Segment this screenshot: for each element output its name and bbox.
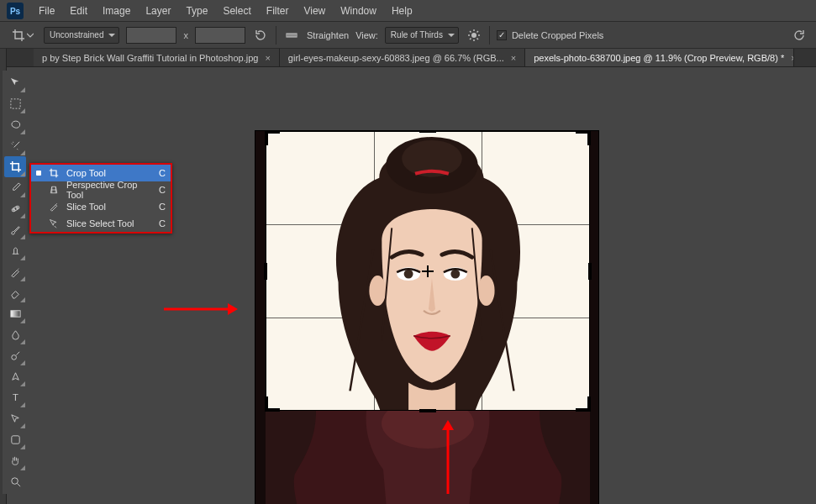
flyout-label: Perspective Crop Tool [66,180,149,200]
crop-handle-bottom[interactable] [419,409,436,412]
overlay-select[interactable]: Rule of Thirds [385,27,459,44]
svg-point-3 [471,33,476,38]
svg-point-16 [386,137,477,194]
annotation-arrow-up [440,420,456,496]
crop-handle-br[interactable] [576,396,591,412]
shape-tool[interactable] [4,429,26,450]
move-tool[interactable] [4,72,26,93]
flyout-shortcut: C [155,218,166,228]
svg-point-20 [397,267,420,281]
crop-region[interactable] [266,131,590,411]
marquee-tool[interactable] [4,93,26,114]
menu-layer[interactable]: Layer [145,5,171,17]
flyout-shortcut: C [155,185,166,195]
svg-rect-8 [10,311,19,318]
eyedropper-tool[interactable] [4,177,26,198]
crop-center-cross-icon [422,265,434,277]
hand-tool[interactable] [4,450,26,471]
tab-label: girl-eyes-makeup-sexy-60883.jpeg @ 66.7%… [288,53,504,63]
pen-tool[interactable] [4,366,26,387]
crop-handle-top[interactable] [419,130,436,133]
svg-point-22 [404,270,413,279]
svg-text:T: T [13,392,18,402]
blur-tool[interactable] [4,324,26,345]
flyout-perspective-crop-tool[interactable]: Perspective Crop Tool C [31,181,171,198]
crop-icon [48,168,60,178]
magic-wand-tool[interactable] [4,135,26,156]
gradient-tool[interactable] [4,303,26,324]
svg-point-17 [402,140,462,177]
close-icon[interactable]: × [791,53,794,63]
eraser-tool[interactable] [4,282,26,303]
menu-type[interactable]: Type [186,5,208,17]
menu-edit[interactable]: Edit [70,5,87,17]
crop-handle-tr[interactable] [576,130,591,145]
menu-bar: Ps File Edit Image Layer Type Select Fil… [0,0,816,21]
menu-image[interactable]: Image [103,5,130,17]
menu-view[interactable]: View [303,5,325,17]
tools-panel: T [3,71,28,494]
svg-rect-11 [11,436,18,444]
delete-cropped-checkbox[interactable]: Delete Cropped Pixels [497,30,603,40]
crop-icon[interactable] [8,26,37,45]
tab-label: pexels-photo-638700.jpeg @ 11.9% (Crop P… [534,53,784,63]
annotation-arrow-right [162,301,238,318]
svg-marker-14 [228,303,238,315]
menu-filter[interactable]: Filter [266,5,289,17]
dodge-tool[interactable] [4,345,26,366]
tab-document-3[interactable]: pexels-photo-638700.jpeg @ 11.9% (Crop P… [525,49,794,66]
flyout-label: Slice Select Tool [66,218,149,228]
flyout-slice-select-tool[interactable]: Slice Select Tool C [31,215,171,232]
constraint-select[interactable]: Unconstrained [44,27,119,44]
crop-width-input[interactable] [126,27,176,44]
document-canvas[interactable] [255,130,599,504]
lasso-tool[interactable] [4,114,26,135]
svg-point-23 [450,270,460,279]
by-separator: x [183,30,188,40]
svg-point-9 [11,355,16,360]
close-icon[interactable]: × [265,53,270,63]
flyout-label: Crop Tool [66,168,149,178]
flyout-crop-tool[interactable]: Crop Tool C [31,165,171,181]
crop-handle-tl[interactable] [265,130,280,145]
reset-aspect-icon[interactable] [252,27,269,44]
crop-tool[interactable] [4,156,26,177]
tab-label: p by Step Brick Wall Graffiti Tutorial i… [42,53,258,63]
document-tabs: p by Step Brick Wall Graffiti Tutorial i… [0,49,816,67]
svg-text:Ps: Ps [10,7,21,16]
close-icon[interactable]: × [511,53,516,63]
crop-settings-icon[interactable] [466,27,482,44]
straighten-button[interactable]: Straighten [307,30,349,40]
svg-marker-25 [442,420,454,430]
crop-handle-bl[interactable] [265,396,280,412]
menu-help[interactable]: Help [392,5,413,17]
flyout-shortcut: C [155,202,166,212]
straighten-icon[interactable] [283,27,300,44]
tab-document-1[interactable]: p by Step Brick Wall Graffiti Tutorial i… [34,49,280,66]
image-outside-crop [266,411,590,504]
photoshop-logo-icon: Ps [7,3,24,19]
brush-tool[interactable] [4,219,26,240]
view-label: View: [355,30,378,40]
svg-point-21 [444,267,467,281]
menu-file[interactable]: File [39,5,55,17]
clone-stamp-tool[interactable] [4,240,26,261]
path-select-tool[interactable] [4,408,26,429]
tab-document-2[interactable]: girl-eyes-makeup-sexy-60883.jpeg @ 66.7%… [280,49,525,66]
crop-tool-flyout: Crop Tool C Perspective Crop Tool C Slic… [29,163,172,234]
menu-window[interactable]: Window [340,5,376,17]
reset-crop-icon[interactable] [791,27,808,44]
flyout-slice-tool[interactable]: Slice Tool C [31,198,171,215]
svg-rect-5 [11,206,19,213]
menu-select[interactable]: Select [223,5,250,17]
options-bar: Unconstrained x Straighten View: Rule of… [0,21,816,49]
crop-height-input[interactable] [195,27,245,44]
spot-heal-tool[interactable] [4,198,26,219]
svg-point-6 [13,209,14,211]
zoom-tool[interactable] [4,471,26,492]
crop-handle-right[interactable] [588,263,592,280]
history-brush-tool[interactable] [4,261,26,282]
svg-point-18 [369,276,386,306]
crop-handle-left[interactable] [264,263,267,280]
type-tool[interactable]: T [4,387,26,408]
